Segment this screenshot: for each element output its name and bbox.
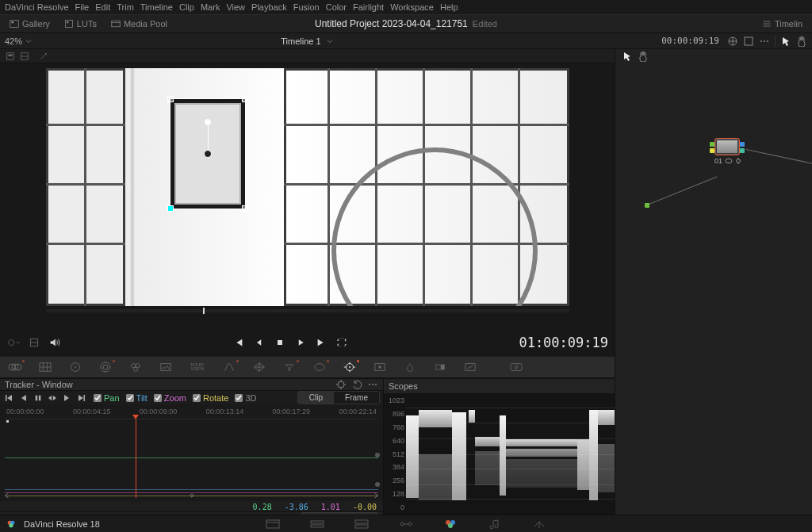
sizing-icon[interactable]	[460, 359, 481, 375]
timeline-name[interactable]: Timeline 1	[0, 36, 614, 46]
track-reverse-button[interactable]	[17, 392, 30, 404]
blur-sharpen-icon[interactable]	[400, 359, 420, 375]
node-hand-icon[interactable]	[638, 51, 649, 62]
camera-raw-icon[interactable]	[5, 359, 25, 375]
menu-mark[interactable]: Mark	[201, 2, 220, 12]
track-both-button[interactable]	[46, 392, 59, 404]
menu-file[interactable]: File	[75, 2, 90, 12]
tracker-center-icon[interactable]	[335, 379, 347, 390]
menu-fairlight[interactable]: Fairlight	[353, 2, 384, 12]
track-forward-one-button[interactable]	[75, 392, 87, 404]
viewer-scrub-bar[interactable]	[46, 309, 569, 312]
track-forward-button[interactable]	[60, 392, 73, 404]
track-pause-button[interactable]	[32, 392, 44, 404]
record-timecode[interactable]: 01:00:09:19	[519, 335, 608, 350]
viewer-canvas[interactable]	[46, 68, 569, 306]
motion-effects-icon[interactable]	[155, 359, 176, 375]
magic-mask-icon[interactable]	[370, 359, 390, 375]
qualifier-view-icon[interactable]	[5, 51, 16, 62]
prev-frame-button[interactable]	[252, 335, 266, 350]
node-pointer-icon[interactable]	[622, 51, 633, 62]
mute-icon[interactable]	[48, 335, 62, 350]
clip-frame-toggle[interactable]: Clip Frame	[297, 391, 380, 404]
pan-checkbox[interactable]: Pan	[94, 393, 120, 403]
luts-button[interactable]: LUTs	[59, 17, 102, 30]
corrector-node-01[interactable]	[714, 138, 740, 155]
tracker-graph[interactable]: 00:00:00:00 00:00:04:15 00:00:09:00 00:0…	[0, 404, 383, 501]
mask-view-icon[interactable]	[19, 51, 30, 62]
hdr-wheels-icon[interactable]	[95, 359, 116, 375]
power-windows-icon[interactable]	[309, 359, 330, 375]
menu-help[interactable]: Help	[440, 2, 458, 12]
timeline-button[interactable]: Timelin	[757, 17, 807, 30]
keyframe-prev-icon[interactable]	[3, 492, 11, 499]
wand-icon[interactable]	[38, 51, 49, 62]
menu-playback[interactable]: Playback	[251, 2, 287, 12]
onion-skin-icon[interactable]	[6, 335, 21, 350]
svg-rect-0	[10, 21, 19, 28]
dolby-vision-icon[interactable]: DOLBY VISION	[186, 359, 209, 375]
svg-rect-2	[65, 21, 72, 28]
power-window-overlay[interactable]	[170, 98, 246, 209]
tracker-reset-icon[interactable]	[351, 379, 362, 390]
keyframe-diamond-icon[interactable]	[188, 492, 196, 499]
menu-app[interactable]: DaVinci Resolve	[5, 2, 69, 12]
menu-view[interactable]: View	[226, 2, 245, 12]
expand-icon[interactable]	[743, 36, 754, 47]
node-graph[interactable]: 01	[615, 49, 812, 515]
hand-tool-icon[interactable]	[796, 36, 807, 47]
zoom-slider-handle-2[interactable]	[375, 482, 380, 487]
image-wipe-icon[interactable]	[727, 36, 738, 47]
tilt-checkbox[interactable]: Tilt	[126, 393, 147, 403]
rotate-checkbox[interactable]: Rotate	[193, 393, 228, 403]
tracker-options-icon[interactable]	[367, 379, 378, 390]
fairlight-page-icon[interactable]	[487, 519, 503, 530]
keyframe-next-icon[interactable]	[372, 492, 380, 499]
tracker-icon[interactable]	[339, 359, 360, 375]
svg-rect-63	[36, 395, 38, 400]
gallery-button[interactable]: Gallery	[5, 17, 55, 30]
play-button[interactable]	[293, 335, 308, 350]
color-page-icon[interactable]	[442, 519, 458, 530]
last-frame-button[interactable]	[314, 335, 328, 350]
key-icon[interactable]	[430, 359, 450, 375]
edit-page-icon[interactable]	[354, 519, 370, 530]
menu-clip[interactable]: Clip	[179, 2, 194, 12]
menu-workspace[interactable]: Workspace	[390, 2, 434, 12]
color-warper-icon[interactable]	[249, 359, 270, 375]
media-page-icon[interactable]	[265, 519, 281, 530]
app-name: DaVinci Resolve 18	[24, 519, 100, 529]
fusion-page-icon[interactable]	[398, 519, 414, 530]
3d-checkbox[interactable]: 3D	[235, 393, 256, 403]
menu-timeline[interactable]: Timeline	[140, 2, 173, 12]
unmix-icon[interactable]	[27, 335, 41, 350]
color-checker-icon[interactable]	[35, 359, 56, 375]
waveform-scope[interactable]	[406, 393, 615, 515]
pointer-tool-icon[interactable]	[780, 36, 791, 47]
rgb-mixer-icon[interactable]	[125, 359, 146, 375]
3d-icon[interactable]	[506, 359, 527, 375]
menu-edit[interactable]: Edit	[95, 2, 110, 12]
menu-color[interactable]: Color	[326, 2, 347, 12]
svg-point-32	[103, 365, 108, 369]
cut-page-icon[interactable]	[309, 519, 325, 530]
track-reverse-one-button[interactable]	[3, 392, 16, 404]
svg-point-53	[515, 366, 518, 369]
options-icon[interactable]	[759, 36, 770, 47]
media-pool-button[interactable]: Media Pool	[106, 17, 172, 30]
source-timecode[interactable]: 00:00:09:19	[661, 36, 719, 46]
menu-fusion[interactable]: Fusion	[293, 2, 320, 12]
deliver-page-icon[interactable]	[531, 519, 547, 530]
loop-button[interactable]	[335, 335, 349, 350]
first-frame-button[interactable]	[232, 335, 246, 350]
zoom-slider-handle[interactable]	[375, 453, 380, 457]
tracker-playhead[interactable]	[136, 419, 136, 498]
menu-trim[interactable]: Trim	[117, 2, 134, 12]
curves-icon[interactable]	[219, 359, 239, 375]
source-port[interactable]	[645, 203, 649, 208]
svg-point-30	[75, 366, 76, 368]
qualifier-icon[interactable]	[279, 359, 300, 375]
zoom-checkbox[interactable]: Zoom	[154, 393, 186, 403]
primaries-wheels-icon[interactable]	[65, 359, 86, 375]
stop-button[interactable]	[273, 335, 287, 350]
